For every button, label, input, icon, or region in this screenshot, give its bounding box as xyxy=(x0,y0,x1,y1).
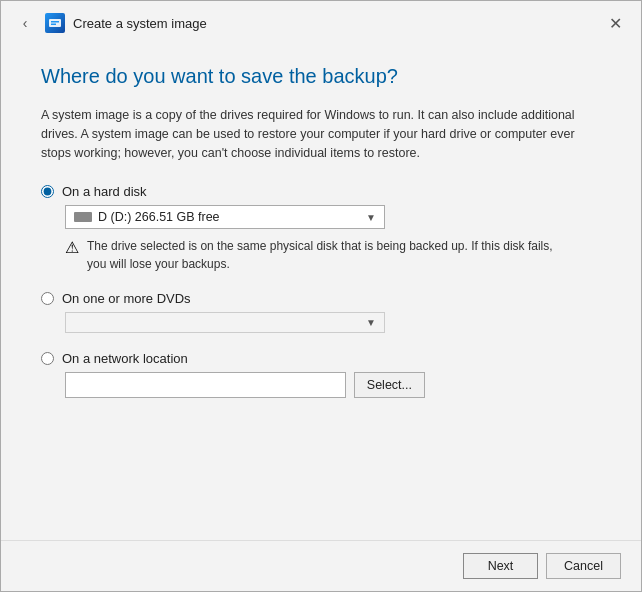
title-bar: ‹ Create a system image ✕ xyxy=(1,1,641,45)
hard-disk-label[interactable]: On a hard disk xyxy=(62,184,147,199)
warning-box: ⚠ The drive selected is on the same phys… xyxy=(65,237,565,273)
network-radio[interactable] xyxy=(41,352,54,365)
drive-dropdown[interactable]: D (D:) 266.51 GB free ▼ xyxy=(65,205,385,229)
next-button[interactable]: Next xyxy=(463,553,538,579)
dvd-dropdown: ▼ xyxy=(65,312,385,333)
dropdown-arrow-icon: ▼ xyxy=(366,212,376,223)
select-button[interactable]: Select... xyxy=(354,372,425,398)
dvd-label[interactable]: On one or more DVDs xyxy=(62,291,191,306)
cancel-button[interactable]: Cancel xyxy=(546,553,621,579)
network-input-row: Select... xyxy=(65,372,425,398)
title-bar-left: ‹ Create a system image xyxy=(13,11,207,35)
drive-dropdown-text: D (D:) 266.51 GB free xyxy=(74,210,220,224)
hard-disk-option-row: On a hard disk xyxy=(41,184,601,199)
hard-disk-radio[interactable] xyxy=(41,185,54,198)
warning-text: The drive selected is on the same physic… xyxy=(87,237,565,273)
title-icon xyxy=(45,13,65,33)
network-option-row: On a network location xyxy=(41,351,601,366)
drive-icon xyxy=(74,212,92,222)
dvd-dropdown-arrow-icon: ▼ xyxy=(366,317,376,328)
dialog-footer: Next Cancel xyxy=(1,540,641,591)
svg-rect-2 xyxy=(51,24,56,26)
close-button[interactable]: ✕ xyxy=(601,9,629,37)
svg-rect-1 xyxy=(51,21,59,23)
dialog-title: Create a system image xyxy=(73,16,207,31)
dvd-option-row: On one or more DVDs xyxy=(41,291,601,306)
page-heading: Where do you want to save the backup? xyxy=(41,65,601,88)
warning-icon: ⚠ xyxy=(65,238,79,257)
dialog-content: Where do you want to save the backup? A … xyxy=(1,45,641,540)
network-location-input[interactable] xyxy=(65,372,346,398)
dvd-radio[interactable] xyxy=(41,292,54,305)
svg-rect-0 xyxy=(49,19,61,27)
network-label[interactable]: On a network location xyxy=(62,351,188,366)
dialog-window: ‹ Create a system image ✕ Where do you w… xyxy=(0,0,642,592)
back-button[interactable]: ‹ xyxy=(13,11,37,35)
description-text: A system image is a copy of the drives r… xyxy=(41,106,601,162)
